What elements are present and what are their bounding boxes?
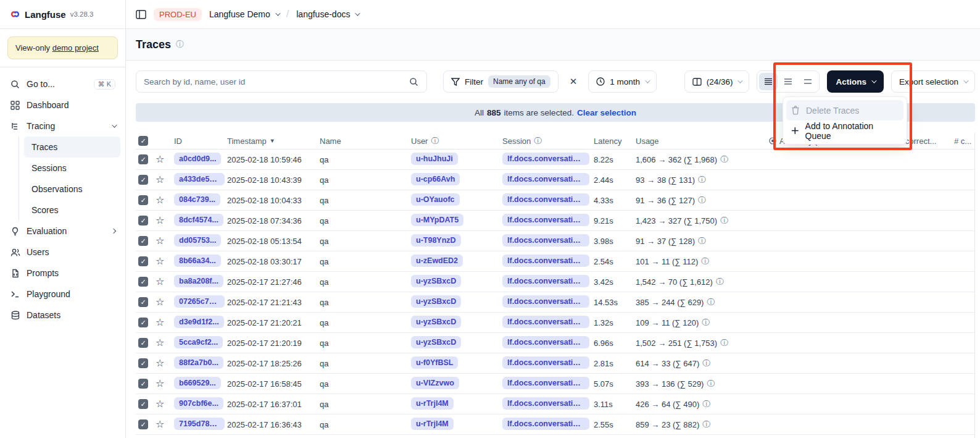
session-badge[interactable]: lf.docs.conversation.... [502, 397, 589, 410]
row-checkbox[interactable]: ✓ [138, 297, 148, 307]
user-badge[interactable]: u-OYauofc [411, 193, 460, 206]
session-badge[interactable]: lf.docs.conversation... [502, 255, 589, 267]
trace-id-badge[interactable]: 084c739... [174, 193, 220, 206]
row-height-medium-button[interactable] [779, 73, 797, 90]
header-id[interactable]: ID [174, 137, 227, 146]
session-badge[interactable]: lf.docs.conversation... [502, 377, 589, 389]
sidebar-item-users[interactable]: Users [5, 242, 120, 263]
bookmark-star-icon[interactable]: ☆ [156, 338, 164, 348]
goto-search[interactable]: Go to... ⌘ K [5, 74, 120, 95]
info-icon[interactable]: ⓘ [701, 256, 709, 267]
bookmark-star-icon[interactable]: ☆ [156, 399, 164, 409]
row-checkbox[interactable]: ✓ [138, 236, 148, 246]
bookmark-star-icon[interactable]: ☆ [156, 256, 164, 266]
row-checkbox[interactable]: ✓ [138, 256, 148, 266]
bookmark-star-icon[interactable]: ☆ [156, 216, 164, 225]
trace-id-badge[interactable]: a0cd0d9... [174, 153, 221, 165]
user-badge[interactable]: u-f0YfBSL [411, 356, 458, 369]
trace-id-badge[interactable]: 907cbf6e... [174, 397, 223, 410]
info-icon[interactable]: ⓘ [720, 216, 728, 226]
info-icon[interactable]: ⓘ [716, 277, 724, 287]
header-name[interactable]: Name [320, 137, 411, 146]
info-icon[interactable]: ⓘ [702, 419, 710, 430]
session-badge[interactable]: lf.docs.conversation... [502, 295, 589, 308]
session-badge[interactable]: lf.docs.conversation... [502, 316, 589, 328]
time-range-button[interactable]: 1 month [588, 70, 657, 93]
project-switcher[interactable]: langfuse-docs [296, 9, 359, 19]
session-badge[interactable]: lf.docs.conversation... [502, 336, 589, 348]
sidebar-item-prompts[interactable]: Prompts [5, 263, 120, 284]
session-badge[interactable]: lf.docs.conversation... [502, 356, 589, 369]
trace-id-badge[interactable]: d3e9d1f2... [174, 316, 224, 328]
info-icon[interactable]: ⓘ [720, 154, 728, 165]
header-user[interactable]: Userⓘ [411, 136, 502, 146]
session-badge[interactable]: lf.docs.conversation... [502, 193, 589, 206]
row-checkbox[interactable]: ✓ [138, 358, 148, 368]
sidebar-item-datasets[interactable]: Datasets [5, 305, 120, 326]
user-badge[interactable]: u-yzSBxcD [411, 295, 461, 308]
export-selection-button[interactable]: Export selection [891, 70, 975, 93]
user-badge[interactable]: u-huJhuJi [411, 153, 458, 165]
trace-id-badge[interactable]: ba8a208f... [174, 275, 223, 287]
clear-filter-button[interactable]: ✕ [566, 76, 581, 87]
column-visibility-button[interactable]: (24/36) [684, 70, 750, 93]
search-icon[interactable] [409, 77, 419, 87]
session-badge[interactable]: lf.docs.conversation... [502, 153, 589, 165]
sidebar-item-dashboard[interactable]: Dashboard [5, 95, 120, 116]
trace-id-badge[interactable]: 7195d78e... [174, 418, 225, 430]
sidebar-item-evaluation[interactable]: Evaluation [5, 221, 120, 242]
session-badge[interactable]: lf.docs.conversation.... [502, 214, 589, 226]
info-icon[interactable]: ⓘ [702, 399, 710, 410]
info-icon[interactable]: ⓘ [702, 318, 710, 328]
header-latency[interactable]: Latency [594, 137, 636, 146]
user-badge[interactable]: u-zEwdED2 [411, 255, 463, 267]
bookmark-star-icon[interactable]: ☆ [156, 318, 164, 327]
bookmark-star-icon[interactable]: ☆ [156, 419, 164, 429]
bookmark-star-icon[interactable]: ☆ [156, 277, 164, 287]
user-badge[interactable]: u-MYpDAT5 [411, 214, 463, 226]
row-height-small-button[interactable] [759, 73, 778, 90]
info-icon[interactable]: ⓘ [698, 175, 706, 185]
org-switcher[interactable]: Langfuse Demo [209, 9, 279, 19]
header-usage[interactable]: Usage [636, 137, 769, 146]
header-timestamp[interactable]: Timestamp▼ [227, 137, 320, 146]
info-icon[interactable]: ⓘ [702, 358, 710, 369]
row-checkbox[interactable]: ✓ [138, 399, 148, 409]
sidebar-item-sessions[interactable]: Sessions [24, 158, 120, 179]
view-only-project-link[interactable]: demo project [52, 43, 99, 53]
sidebar-item-traces[interactable]: Traces [24, 137, 120, 158]
user-badge[interactable]: u-yzSBxcD [411, 336, 461, 348]
user-badge[interactable]: u-VIZzvwo [411, 377, 459, 389]
trace-id-badge[interactable]: 88f2a7b0... [174, 356, 223, 369]
search-input[interactable] [144, 77, 404, 86]
header-score-extra[interactable]: # c... [954, 137, 973, 146]
search-box[interactable] [136, 70, 427, 93]
trace-id-badge[interactable]: 5cca9cf2... [174, 336, 223, 348]
user-badge[interactable]: u-cp66Avh [411, 173, 460, 185]
row-checkbox[interactable]: ✓ [138, 154, 148, 164]
actions-button[interactable]: Actions [827, 70, 884, 93]
trace-id-badge[interactable]: b669529... [174, 377, 221, 389]
row-checkbox[interactable]: ✓ [138, 338, 148, 348]
row-checkbox[interactable]: ✓ [138, 379, 148, 389]
user-badge[interactable]: u-rTrjl4M [411, 397, 454, 410]
row-checkbox[interactable]: ✓ [138, 419, 148, 429]
sidebar-item-playground[interactable]: Playground [5, 284, 120, 305]
user-badge[interactable]: u-rTrjl4M [411, 418, 454, 430]
row-checkbox[interactable]: ✓ [138, 318, 148, 327]
sidebar-toggle-icon[interactable] [136, 9, 146, 20]
bookmark-star-icon[interactable]: ☆ [156, 175, 164, 185]
trace-id-badge[interactable]: 8b66a34... [174, 255, 221, 267]
sidebar-item-observations[interactable]: Observations [24, 179, 120, 200]
bookmark-star-icon[interactable]: ☆ [156, 195, 164, 205]
info-icon[interactable]: ⓘ [707, 379, 715, 389]
sidebar-item-scores[interactable]: Scores [24, 200, 120, 221]
user-badge[interactable]: u-yzSBxcD [411, 275, 461, 287]
trace-id-badge[interactable]: dd05753... [174, 234, 221, 246]
row-checkbox[interactable]: ✓ [138, 195, 148, 205]
trace-id-badge[interactable]: a433de51... [174, 173, 225, 185]
row-checkbox[interactable]: ✓ [138, 175, 148, 185]
info-icon[interactable]: ⓘ [707, 297, 715, 308]
info-icon[interactable]: ⓘ [720, 338, 728, 348]
session-badge[interactable]: lf.docs.conversation... [502, 275, 589, 287]
